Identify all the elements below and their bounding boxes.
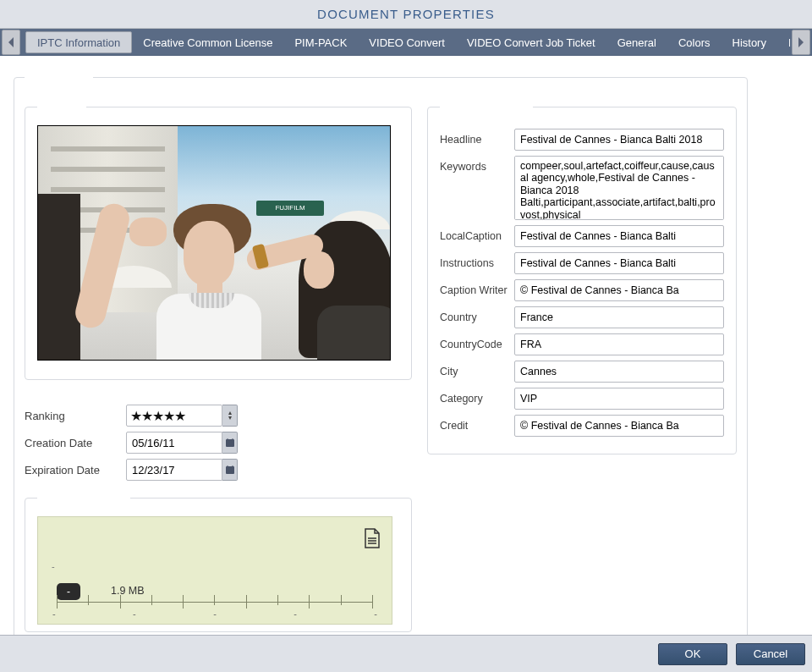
city-input[interactable] xyxy=(514,361,724,383)
country-label: Country xyxy=(440,306,514,323)
exif-dash: - xyxy=(52,561,55,571)
expiration-date-picker-button[interactable] xyxy=(222,459,238,481)
tab-video-convert-job-ticket[interactable]: VIDEO Convert Job Ticket xyxy=(456,29,606,56)
expiration-date-label: Expiration Date xyxy=(25,464,126,476)
instructions-input[interactable] xyxy=(514,252,724,274)
tab-iptc-information[interactable]: IPTC Information xyxy=(25,31,132,53)
preview-legend: Preview xyxy=(37,101,86,113)
creation-date-picker-button[interactable] xyxy=(222,432,238,454)
credit-input[interactable] xyxy=(514,415,724,437)
creation-date-input[interactable] xyxy=(126,432,222,454)
instructions-label: Instructions xyxy=(440,252,514,269)
keywords-label: Keywords xyxy=(440,156,514,173)
svg-rect-0 xyxy=(226,439,234,447)
ranking-label: Ranking xyxy=(25,410,126,422)
brand-sign: FUJIFILM xyxy=(256,201,324,216)
expiration-date-input[interactable] xyxy=(126,459,222,481)
tick-label: - xyxy=(213,609,217,619)
tab-video-convert[interactable]: VIDEO Convert xyxy=(358,29,456,56)
tick-label: - xyxy=(52,609,56,619)
exif-legend: EXIF Information xyxy=(37,492,130,504)
tab-creative-common-license[interactable]: Creative Common License xyxy=(132,29,283,56)
category-label: Category xyxy=(440,388,514,405)
credit-label: Credit xyxy=(440,415,514,432)
preview-image: FUJIFILM xyxy=(37,125,391,361)
calendar-icon xyxy=(225,438,235,448)
exif-group: EXIF Information - - 1.9 MB xyxy=(25,492,412,632)
preview-group: Preview FUJIFILM xyxy=(25,101,412,380)
cancel-button[interactable]: Cancel xyxy=(736,643,805,665)
headline-label: Headline xyxy=(440,129,514,146)
content-pane: Generalities Preview xyxy=(0,56,812,635)
countrycode-input[interactable] xyxy=(514,333,724,355)
window-title: DOCUMENT PROPERTIES xyxy=(0,0,812,29)
chevron-down-icon: ▾ xyxy=(228,416,232,421)
tick-label: - xyxy=(133,609,136,619)
country-input[interactable] xyxy=(514,306,724,328)
dialog-footer: OK Cancel xyxy=(0,635,812,672)
headline-input[interactable] xyxy=(514,129,724,151)
generalities-group: Generalities Preview xyxy=(14,71,748,638)
document-icon xyxy=(363,527,381,549)
localcaption-label: LocalCaption xyxy=(440,225,514,242)
ok-button[interactable]: OK xyxy=(658,643,727,665)
tab-metadata[interactable]: Metadata xyxy=(777,29,790,56)
captionwriter-label: Caption Writer xyxy=(440,279,514,296)
iptc-group: IPTC Information Headline Keywords compe… xyxy=(427,101,737,454)
tab-pim-pack[interactable]: PIM-PACK xyxy=(283,29,358,56)
generalities-legend: Generalities xyxy=(25,71,93,84)
iptc-legend: IPTC Information xyxy=(440,101,533,113)
countrycode-label: CountryCode xyxy=(440,333,514,350)
tick-label: - xyxy=(374,609,377,619)
tick-label: - xyxy=(294,609,297,619)
tab-history[interactable]: History xyxy=(721,29,777,56)
tab-colors[interactable]: Colors xyxy=(667,29,721,56)
calendar-icon xyxy=(225,465,235,475)
localcaption-input[interactable] xyxy=(514,225,724,247)
captionwriter-input[interactable] xyxy=(514,279,724,301)
creation-date-label: Creation Date xyxy=(25,437,126,449)
exif-chart: - - 1.9 MB - - - - xyxy=(37,516,392,625)
ranking-value[interactable]: ★★★★★ xyxy=(126,405,222,427)
tab-general[interactable]: General xyxy=(606,29,667,56)
tabs-prev-button[interactable] xyxy=(2,30,20,55)
tab-strip: IPTC Information Creative Common License… xyxy=(0,29,812,56)
category-input[interactable] xyxy=(514,388,724,410)
svg-rect-1 xyxy=(226,466,234,474)
ranking-stepper[interactable]: ▴ ▾ xyxy=(222,405,238,427)
keywords-input[interactable]: compeer,soul,artefact,coiffeur,cause,cau… xyxy=(514,156,724,220)
city-label: City xyxy=(440,361,514,377)
tabs-next-button[interactable] xyxy=(792,30,810,55)
